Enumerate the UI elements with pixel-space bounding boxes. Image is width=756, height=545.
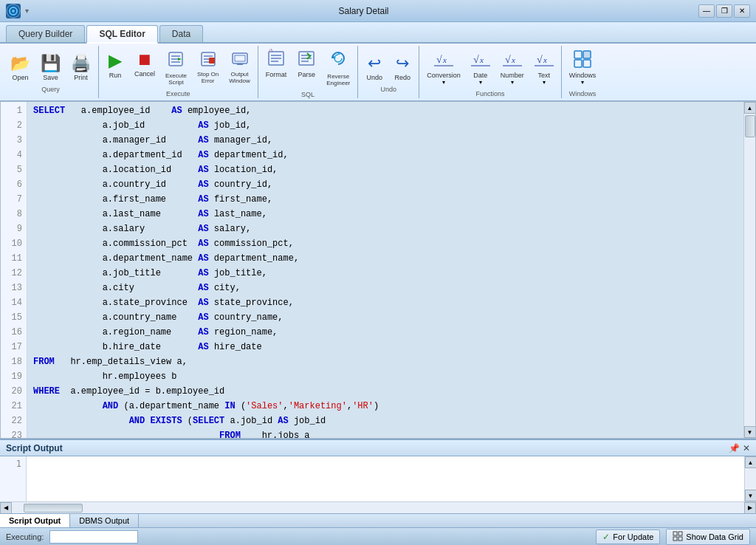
pin-icon[interactable]: 📌 — [729, 443, 740, 453]
code-line: AND EXISTS (SELECT a.job_id AS job_id — [33, 414, 738, 428]
code-line: a.commission_pct AS commission_pct, — [33, 236, 738, 251]
open-button[interactable]: 📂 Open — [6, 51, 35, 84]
for-update-button[interactable]: ✓ For Update — [596, 529, 660, 544]
line-number: 10 — [1, 236, 27, 251]
run-button[interactable]: ▶ Run — [102, 47, 128, 89]
execute-group-label: Execute — [166, 90, 190, 97]
sql-group-label: SQL — [301, 91, 315, 98]
conversion-icon: √ x — [434, 49, 453, 71]
code-line: a.country_name AS country_name, — [33, 310, 738, 325]
scroll-thumb[interactable] — [745, 115, 755, 137]
reverse-engineer-button[interactable]: ReverseEngineer — [322, 46, 354, 89]
print-button[interactable]: 🖨️ Print — [66, 51, 95, 84]
tab-dbms-output[interactable]: DBMS Output — [70, 514, 139, 527]
line-number: 3 — [1, 133, 27, 148]
svg-rect-40 — [583, 51, 591, 58]
tab-data[interactable]: Data — [159, 25, 203, 42]
svg-text:x: x — [479, 55, 484, 64]
svg-text:x: x — [511, 55, 515, 64]
output-scrollbar-v[interactable]: ▲ ▼ — [744, 456, 756, 501]
hscroll-thumb[interactable] — [24, 504, 83, 513]
code-line: a.state_province AS state_province, — [33, 295, 738, 310]
format-button[interactable]: A Format — [261, 46, 292, 89]
line-number: 17 — [1, 340, 27, 354]
stop-on-error-label: Stop OnError — [197, 71, 219, 84]
code-line: WHERE a.employee_id = b.employee_id — [33, 384, 738, 399]
format-label: Format — [266, 71, 287, 78]
parse-icon — [297, 49, 316, 70]
svg-rect-44 — [678, 532, 682, 535]
output-tabs: Script Output DBMS Output — [0, 513, 756, 527]
tab-sql-editor[interactable]: SQL Editor — [86, 25, 157, 44]
stop-on-error-button[interactable]: Stop OnError — [193, 47, 223, 89]
reverse-engineer-label: ReverseEngineer — [326, 73, 350, 86]
svg-rect-39 — [574, 51, 582, 58]
output-hscroll[interactable]: ◀ ▶ — [0, 501, 756, 513]
output-scroll-up[interactable]: ▲ — [745, 456, 757, 468]
svg-text:√: √ — [537, 54, 543, 65]
title-bar: ▾ Salary Detail — ❒ ✕ — [0, 0, 756, 22]
cancel-icon: ⏹ — [137, 50, 153, 69]
undo-button[interactable]: ↩ Undo — [361, 51, 388, 84]
minimize-button[interactable]: — — [698, 4, 715, 18]
scroll-up-arrow[interactable]: ▲ — [744, 102, 756, 114]
open-label: Open — [12, 74, 28, 81]
output-line-1: 1 — [0, 456, 26, 471]
execute-script-button[interactable]: ExecuteScript — [161, 47, 191, 89]
line-number: 1 — [1, 103, 27, 118]
toolbar-group-execute: ▶ Run ⏹ Cancel — [99, 46, 258, 98]
executing-input[interactable] — [49, 530, 138, 544]
restore-button[interactable]: ❒ — [716, 4, 732, 18]
code-line: a.country_id AS country_id, — [33, 177, 738, 192]
tab-query-builder[interactable]: Query Builder — [6, 25, 85, 42]
parse-button[interactable]: Parse — [292, 46, 320, 89]
code-line: a.department_id AS department_id, — [33, 148, 738, 162]
code-line: a.department_name AS department_name, — [33, 251, 738, 266]
query-group-label: Query — [41, 86, 60, 93]
hscroll-left[interactable]: ◀ — [0, 502, 12, 514]
output-icons: 📌 ✕ — [729, 443, 750, 453]
date-button[interactable]: √ x Date — [467, 47, 495, 89]
line-number: 12 — [1, 266, 27, 281]
hscroll-right[interactable]: ▶ — [744, 502, 756, 514]
line-numbers: 123456789101112131415161718192021222324 — [1, 102, 27, 438]
save-icon: 💾 — [41, 54, 61, 73]
execute-script-icon — [167, 50, 185, 72]
line-number: 7 — [1, 192, 27, 207]
output-window-button[interactable]: OutputWindow — [224, 47, 254, 89]
cancel-button[interactable]: ⏹ Cancel — [130, 47, 159, 89]
window-title: Salary Detail — [29, 6, 698, 16]
number-button[interactable]: √ x Number — [496, 47, 529, 89]
svg-text:A: A — [269, 49, 273, 53]
show-data-grid-button[interactable]: Show Data Grid — [666, 529, 750, 545]
toolbar-group-sql: A Format — [258, 46, 359, 98]
redo-button[interactable]: ↪ Redo — [389, 51, 416, 84]
conversion-button[interactable]: √ x Conversion — [422, 47, 465, 89]
close-output-icon[interactable]: ✕ — [743, 443, 750, 453]
svg-rect-43 — [673, 532, 677, 535]
save-button[interactable]: 💾 Save — [36, 51, 65, 84]
output-text-area[interactable] — [27, 456, 744, 501]
text-button[interactable]: √ x Text — [530, 47, 558, 89]
line-number: 14 — [1, 295, 27, 310]
executing-label: Executing: — [6, 532, 44, 541]
output-line-numbers: 1 — [0, 456, 27, 501]
vertical-scrollbar[interactable]: ▲ ▼ — [743, 102, 755, 438]
code-line: a.salary AS salary, — [33, 222, 738, 236]
code-editor[interactable]: SELECT a.employee_id AS employee_id, a.j… — [27, 102, 743, 438]
status-right: ✓ For Update Show Data Grid — [596, 529, 750, 545]
print-icon: 🖨️ — [71, 54, 91, 73]
code-line: a.location_id AS location_id, — [33, 162, 738, 177]
undo-group-label: Undo — [381, 86, 397, 93]
output-scroll-down[interactable]: ▼ — [745, 490, 757, 501]
tab-script-output[interactable]: Script Output — [0, 514, 70, 527]
line-number: 4 — [1, 148, 27, 162]
svg-text:x: x — [543, 55, 547, 64]
code-line: a.city AS city, — [33, 281, 738, 295]
close-button[interactable]: ✕ — [734, 4, 750, 18]
windows-button[interactable]: Windows — [565, 47, 601, 89]
scroll-down-arrow[interactable]: ▼ — [744, 426, 756, 438]
code-line: b.hire_date AS hire_date — [33, 340, 738, 354]
code-line: FROM hr.emp_details_view a, — [33, 354, 738, 369]
editor-wrapper: 123456789101112131415161718192021222324 … — [0, 101, 756, 439]
